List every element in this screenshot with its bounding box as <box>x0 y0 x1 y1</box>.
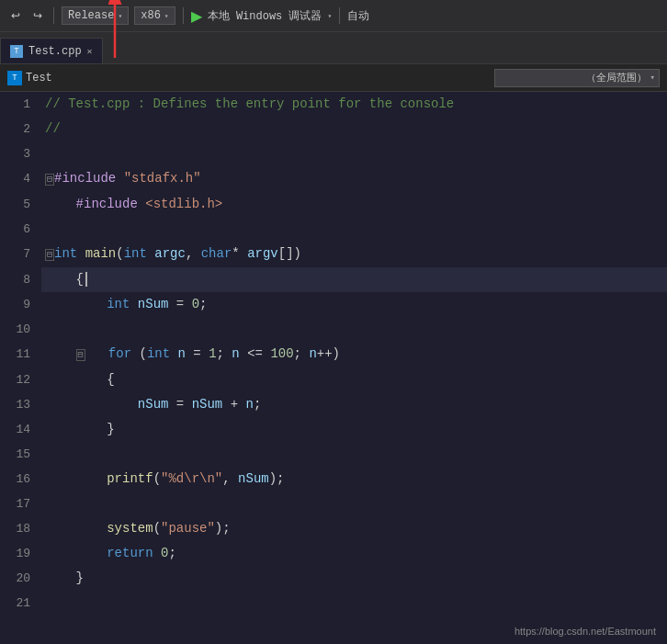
release-dropdown[interactable]: Release ▾ <box>62 6 129 25</box>
token-plain <box>85 346 108 361</box>
token-var: nSum <box>238 471 269 486</box>
token-var: argv <box>247 246 278 261</box>
token-var: n <box>178 346 186 361</box>
line-content-4: ⊟#include "stdafx.h" <box>41 166 667 192</box>
code-line-21: 21 <box>0 591 667 616</box>
code-line-16: 16 printf("%d\r\n", nSum); <box>0 467 667 491</box>
token-plain: { <box>45 372 115 387</box>
fold-button[interactable]: ⊟ <box>45 249 54 261</box>
token-plain: } <box>45 422 115 436</box>
fold-button[interactable]: ⊟ <box>76 349 85 361</box>
token-kw: int <box>147 346 170 361</box>
file-tab[interactable]: T Test.cpp ✕ <box>0 38 103 63</box>
toolbar-separator-1 <box>53 7 54 24</box>
code-line-7: 7⊟int main(int argc, char* argv[]) <box>0 242 667 267</box>
tab-close-button[interactable]: ✕ <box>87 46 93 57</box>
token-kw: char <box>201 246 232 261</box>
line-content-9: int nSum = 0; <box>41 292 667 317</box>
line-number-16: 16 <box>0 467 41 491</box>
token-plain <box>77 246 85 261</box>
line-content-18: system("pause"); <box>41 516 667 541</box>
code-editor[interactable]: 1// Test.cpp : Defines the entry point f… <box>0 92 667 644</box>
token-plain <box>45 397 138 412</box>
platform-arrow-icon: ▾ <box>164 12 169 20</box>
token-plain <box>45 546 107 560</box>
line-content-1: // Test.cpp : Defines the entry point fo… <box>41 92 667 117</box>
token-plain: ; <box>217 346 232 361</box>
line-number-19: 19 <box>0 541 41 566</box>
token-plain <box>170 346 177 361</box>
token-plain: ; <box>168 546 175 560</box>
code-line-1: 1// Test.cpp : Defines the entry point f… <box>0 92 667 117</box>
line-number-2: 2 <box>0 117 41 141</box>
token-plain: = <box>168 397 191 412</box>
line-number-12: 12 <box>0 367 41 392</box>
token-inc: #include <box>54 171 116 186</box>
redo-button[interactable]: ↪ <box>29 7 46 24</box>
token-plain: = <box>168 297 191 311</box>
toolbar: ↩ ↪ Release ▾ x86 ▾ ▶ 本地 Windows 调试器 ▾ 自… <box>0 0 667 32</box>
line-number-7: 7 <box>0 242 41 266</box>
line-number-10: 10 <box>0 317 41 342</box>
debugger-arrow-icon: ▾ <box>328 12 333 20</box>
token-plain: ); <box>215 521 231 536</box>
line-content-13: nSum = nSum + n; <box>41 392 667 417</box>
token-plain: ; <box>254 397 261 412</box>
tab-filename: Test.cpp <box>28 45 82 58</box>
token-fn: main <box>85 246 117 261</box>
text-cursor <box>85 272 95 287</box>
code-line-13: 13 nSum = nSum + n; <box>0 392 667 417</box>
token-plain: , <box>186 246 201 261</box>
run-button[interactable]: ▶ <box>191 7 202 25</box>
scope-label: （全局范围） <box>586 71 647 85</box>
token-plain: + <box>222 397 245 412</box>
token-plain: ; <box>199 297 207 311</box>
token-plain: ( <box>116 246 123 261</box>
token-plain: { <box>45 272 84 287</box>
line-number-3: 3 <box>0 141 41 166</box>
token-inc: #include <box>76 197 138 211</box>
auto-label: 自动 <box>347 8 369 24</box>
line-number-11: 11 <box>0 342 41 367</box>
token-var: argc <box>154 246 186 261</box>
token-plain: ++) <box>317 346 340 361</box>
line-number-8: 8 <box>0 267 41 292</box>
token-plain: []) <box>278 246 301 261</box>
line-content-5: #include <stdlib.h> <box>41 192 667 217</box>
line-number-4: 4 <box>0 166 41 191</box>
debugger-label: 本地 Windows 调试器 <box>208 8 322 24</box>
token-plain <box>45 197 76 211</box>
token-plain: * <box>232 246 247 261</box>
token-str: "%d\r\n" <box>161 471 222 486</box>
code-line-17: 17 <box>0 491 667 516</box>
token-plain: ); <box>269 471 285 486</box>
line-number-17: 17 <box>0 491 41 516</box>
scope-dropdown[interactable]: （全局范围） ▾ <box>494 69 660 87</box>
code-line-15: 15 <box>0 442 667 467</box>
line-number-15: 15 <box>0 442 41 467</box>
code-line-4: 4⊟#include "stdafx.h" <box>0 166 667 192</box>
nav-icon: T <box>7 71 22 85</box>
code-line-5: 5 #include <stdlib.h> <box>0 192 667 217</box>
line-number-21: 21 <box>0 591 41 616</box>
line-content-2: // <box>41 117 667 141</box>
undo-button[interactable]: ↩ <box>7 7 24 24</box>
line-number-5: 5 <box>0 192 41 217</box>
line-number-13: 13 <box>0 392 41 417</box>
token-hdr: <stdlib.h> <box>145 197 222 211</box>
token-var: n <box>232 346 239 361</box>
token-var: nSum <box>192 397 223 412</box>
token-plain: ( <box>153 471 161 486</box>
fold-button[interactable]: ⊟ <box>45 174 54 186</box>
token-kw: int <box>107 297 130 311</box>
token-fn: printf <box>107 471 153 486</box>
line-content-7: ⊟int main(int argc, char* argv[]) <box>41 242 667 267</box>
code-line-18: 18 system("pause"); <box>0 516 667 541</box>
code-line-11: 11 ⊟ for (int n = 1; n <= 100; n++) <box>0 342 667 367</box>
token-plain: ( <box>153 521 161 536</box>
scope-arrow-icon: ▾ <box>650 73 655 83</box>
platform-dropdown[interactable]: x86 ▾ <box>134 6 175 25</box>
token-plain: = <box>186 346 209 361</box>
line-content-19: return 0; <box>41 541 667 566</box>
token-num: 0 <box>192 297 199 311</box>
